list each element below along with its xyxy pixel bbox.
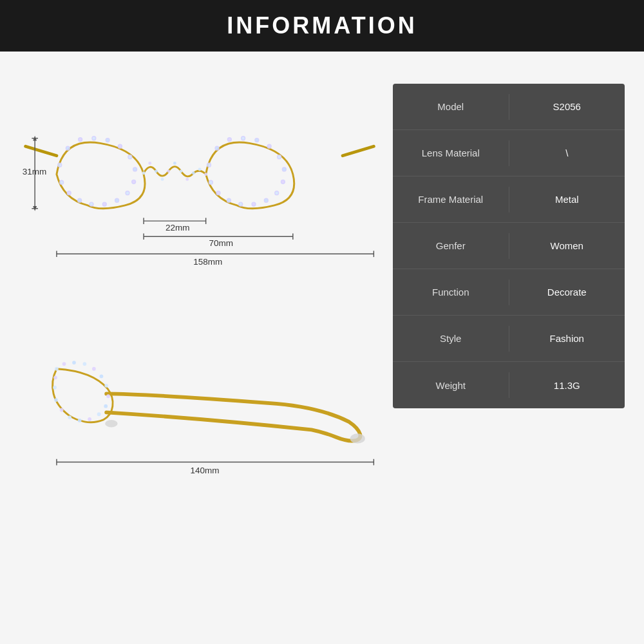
svg-point-24 — [278, 155, 281, 159]
svg-point-64 — [55, 367, 59, 371]
svg-point-10 — [132, 180, 136, 184]
svg-text:22mm: 22mm — [166, 223, 190, 232]
svg-text:31mm: 31mm — [23, 167, 47, 176]
svg-point-41 — [185, 178, 189, 181]
svg-point-9 — [133, 167, 137, 171]
specs-table: ModelS2056Lens Material\Frame MaterialMe… — [393, 84, 625, 408]
svg-point-69 — [100, 374, 104, 378]
spec-row-5: StyleFashion — [393, 316, 625, 362]
svg-point-39 — [173, 162, 176, 165]
svg-point-30 — [239, 202, 243, 206]
front-view-container: 31mm 22mm 70mm 158mm — [19, 64, 380, 309]
front-view-svg: 31mm 22mm 70mm 158mm — [19, 64, 380, 309]
svg-point-22 — [255, 138, 259, 142]
svg-point-11 — [126, 191, 129, 195]
svg-point-4 — [79, 138, 82, 142]
svg-point-19 — [215, 146, 219, 150]
svg-point-13 — [102, 202, 106, 206]
svg-point-77 — [60, 408, 64, 412]
spec-row-4: FunctionDecorate — [393, 269, 625, 316]
svg-point-16 — [67, 191, 71, 195]
svg-point-20 — [227, 138, 231, 142]
page-title: INFORMATION — [227, 12, 417, 39]
svg-point-12 — [115, 198, 119, 202]
svg-text:140mm: 140mm — [191, 466, 220, 475]
spec-label: Style — [393, 323, 509, 354]
svg-point-70 — [104, 384, 108, 388]
spec-label: Model — [393, 91, 509, 122]
svg-point-81 — [105, 420, 117, 428]
svg-point-2 — [58, 163, 62, 167]
svg-text:70mm: 70mm — [209, 238, 233, 248]
spec-value: Metal — [509, 184, 625, 214]
svg-point-63 — [350, 433, 365, 443]
svg-point-6 — [106, 138, 109, 142]
svg-point-80 — [53, 375, 57, 379]
svg-point-28 — [264, 198, 268, 202]
svg-point-79 — [53, 386, 57, 390]
left-panel: 31mm 22mm 70mm 158mm — [19, 64, 380, 631]
svg-point-42 — [192, 171, 195, 175]
svg-point-40 — [180, 169, 183, 173]
svg-point-5 — [92, 137, 96, 140]
side-view-container: 140mm — [19, 316, 380, 522]
svg-point-72 — [104, 404, 108, 408]
svg-point-33 — [209, 180, 213, 184]
svg-point-34 — [142, 171, 146, 175]
spec-label: Genfer — [393, 231, 509, 261]
spec-row-1: Lens Material\ — [393, 130, 625, 176]
svg-point-17 — [60, 180, 64, 184]
svg-point-44 — [204, 173, 207, 176]
svg-point-31 — [227, 198, 231, 202]
main-content: 31mm 22mm 70mm 158mm — [0, 52, 644, 644]
spec-value: 11.3G — [509, 370, 625, 401]
svg-point-76 — [68, 415, 71, 419]
spec-label: Lens Material — [393, 138, 509, 168]
svg-point-75 — [78, 419, 82, 422]
svg-point-65 — [62, 362, 66, 366]
spec-label: Frame Material — [393, 184, 509, 214]
svg-point-73 — [97, 412, 101, 416]
svg-point-18 — [207, 163, 211, 167]
side-view-svg: 140mm — [19, 316, 380, 522]
svg-point-38 — [167, 169, 170, 173]
spec-value: \ — [509, 138, 625, 168]
svg-point-67 — [82, 362, 86, 366]
spec-value: S2056 — [509, 91, 625, 122]
svg-point-25 — [282, 167, 286, 171]
front-view: 31mm 22mm 70mm 158mm — [19, 64, 380, 309]
svg-point-66 — [72, 361, 76, 365]
svg-point-15 — [78, 198, 82, 202]
svg-point-7 — [118, 144, 122, 148]
svg-point-68 — [92, 367, 96, 371]
spec-row-3: GenferWomen — [393, 223, 625, 269]
svg-point-37 — [161, 178, 164, 181]
spec-value: Fashion — [509, 323, 625, 354]
svg-point-21 — [242, 137, 245, 140]
svg-point-43 — [198, 168, 202, 171]
svg-line-1 — [343, 146, 374, 155]
svg-point-78 — [54, 398, 58, 402]
svg-point-36 — [155, 169, 158, 173]
svg-point-3 — [66, 146, 70, 150]
svg-point-29 — [252, 202, 256, 206]
spec-value: Decorate — [509, 277, 625, 307]
svg-text:158mm: 158mm — [193, 257, 222, 267]
spec-label: Function — [393, 277, 509, 307]
svg-point-23 — [267, 144, 271, 148]
spec-row-2: Frame MaterialMetal — [393, 176, 625, 223]
svg-line-0 — [26, 146, 57, 155]
svg-point-35 — [148, 162, 151, 165]
header: INFORMATION — [0, 0, 644, 52]
svg-point-32 — [216, 191, 220, 195]
svg-point-14 — [90, 202, 93, 206]
spec-value: Women — [509, 231, 625, 261]
side-view: 140mm — [19, 316, 380, 522]
svg-point-26 — [281, 180, 285, 184]
spec-label: Weight — [393, 370, 509, 401]
svg-point-27 — [275, 191, 279, 195]
svg-point-8 — [128, 155, 132, 159]
spec-row-6: Weight11.3G — [393, 362, 625, 408]
spec-row-0: ModelS2056 — [393, 84, 625, 130]
svg-point-74 — [88, 417, 91, 421]
